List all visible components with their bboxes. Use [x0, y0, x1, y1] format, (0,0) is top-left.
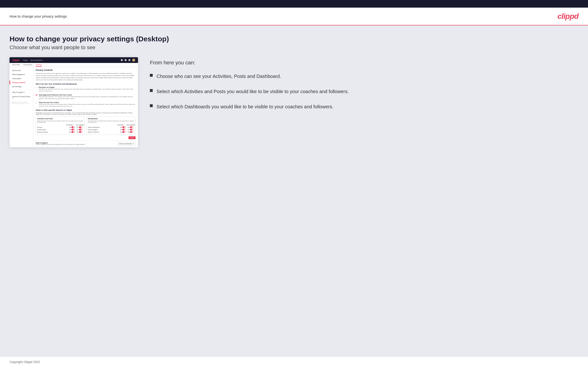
search-icon[interactable] — [121, 59, 123, 61]
subnav-settings[interactable]: Settings — [36, 64, 42, 67]
player-dashboard-row: Player Dashboard ON ON — [88, 126, 134, 128]
practice-followers-toggle-group: ON — [76, 129, 83, 130]
radio-everyone-circle[interactable] — [36, 87, 37, 88]
practice-drills-label: Practice Drills — [37, 129, 68, 130]
radio-everyone-label: Everyone on Clippd — [39, 86, 136, 88]
sidebar-version: Clippd Client Version: 2022.8.2SQL Serve… — [9, 100, 33, 105]
player-coaches-toggle[interactable] — [122, 126, 126, 128]
player-followers-toggle-group: ON — [127, 126, 134, 128]
page-title-section: How to change your privacy settings (Des… — [9, 35, 579, 50]
practice-drills-row: Practice Drills ON ON — [37, 129, 83, 130]
dash-coaches-header: COACHES — [117, 124, 124, 126]
activities-dashboards: Activities and Posts Select the types of… — [36, 117, 136, 135]
dashboards-header: COACHES FOLLOWERS — [88, 124, 134, 126]
external-link-icon: ↗ — [133, 143, 134, 144]
round-insights-label: Round Insights — [88, 129, 119, 130]
nav-home[interactable]: Home — [23, 59, 28, 61]
round-followers-toggle[interactable] — [130, 129, 133, 130]
rounds-label: Rounds — [37, 127, 68, 128]
app-nav-icons — [121, 59, 135, 61]
nav-my-performance[interactable]: My Performance — [30, 59, 43, 61]
manual-activities-label: Manual Activities — [37, 131, 68, 133]
manual-activities-row: Manual Activities ON ON — [37, 131, 83, 133]
save-row: Save — [36, 136, 136, 139]
manual-coaches-toggle-group: ON — [68, 131, 76, 133]
work-followers-toggle[interactable] — [130, 131, 133, 133]
save-button[interactable]: Save — [129, 136, 136, 139]
subnav-connections[interactable]: Connections — [23, 64, 32, 67]
dashboards-title: Dashboards — [88, 118, 134, 119]
chevron-right-icon: › — [31, 78, 31, 79]
rounds-row: Rounds ON ON — [37, 126, 83, 128]
radio-coach-only[interactable]: Only You and Your Coach Only you and the… — [36, 102, 136, 107]
radio-coach-label: Only You and Your Coach — [39, 102, 136, 103]
help-title: Help & Support — [36, 142, 85, 144]
radio-everyone[interactable]: Everyone on Clippd Everyone on Clippd ca… — [36, 86, 136, 92]
bullet-item-2: Select which Activities and Posts you wo… — [150, 88, 579, 95]
sidebar-item-help-support[interactable]: Help & Support ↗ — [9, 90, 33, 94]
bullet-text-1: Choose who can see your Activities, Post… — [156, 73, 281, 80]
sidebar-item-service-privacy[interactable]: Service & Privacy Policy ↗ — [9, 94, 33, 100]
player-dashboard-label: Player Dashboard — [88, 127, 119, 128]
bullet-square-3 — [150, 104, 153, 107]
privacy-desc: Control how you and your data appears to… — [36, 72, 136, 81]
sidebar-item-my-golf-bag[interactable]: My Golf Bag › — [9, 84, 33, 89]
rounds-followers-toggle-group: ON — [76, 126, 83, 128]
followers-header: FOLLOWERS — [76, 124, 83, 126]
sidebar-item-my-account[interactable]: My Account › — [9, 68, 33, 72]
rounds-coaches-toggle-group: ON — [68, 126, 76, 128]
rounds-followers-toggle[interactable] — [79, 126, 82, 128]
chevron-right-icon: › — [31, 86, 31, 87]
visit-community-button[interactable]: Visit Our Community ↗ — [117, 142, 136, 145]
app-nav-links: Home My Performance — [23, 59, 43, 61]
page-title-sub: Choose what you want people to see — [9, 44, 579, 50]
practice-coaches-toggle[interactable] — [71, 129, 75, 130]
avatar[interactable] — [132, 59, 135, 61]
footer: Copyright Clippd 2022 — [0, 357, 588, 367]
radio-followers[interactable]: Only Approved Followers and Your Coach O… — [36, 94, 136, 100]
chevron-right-icon: › — [31, 74, 31, 75]
practice-coaches-toggle-group: ON — [68, 129, 76, 130]
radio-followers-label: Only Approved Followers and Your Coach — [39, 94, 136, 96]
header: How to change your privacy settings clip… — [0, 8, 588, 25]
manual-followers-toggle[interactable] — [79, 131, 82, 133]
subnav-my-profile[interactable]: My Profile — [12, 64, 20, 67]
round-coaches-toggle[interactable] — [122, 129, 126, 130]
rounds-coaches-toggle[interactable] — [71, 126, 75, 128]
help-desc: Visit our Clippd community to troublesho… — [36, 144, 85, 145]
privacy-title: Privacy Controls — [36, 69, 136, 71]
header-title: How to change your privacy settings — [9, 14, 67, 18]
main-content: How to change your privacy settings (Des… — [0, 25, 588, 357]
top-bar — [0, 0, 588, 8]
work-coaches-toggle[interactable] — [122, 131, 126, 133]
radio-coach-circle[interactable] — [36, 102, 37, 104]
dashboards-col: Dashboards Select the types of activity … — [86, 117, 136, 135]
bell-icon[interactable] — [129, 59, 130, 61]
sidebar-item-subscription[interactable]: Subscription › — [9, 76, 33, 81]
round-coaches-toggle-group: ON — [119, 129, 127, 130]
chevron-right-icon: › — [31, 82, 31, 83]
bullet-square-2 — [150, 89, 153, 92]
bullet-list: Choose who can see your Activities, Post… — [150, 73, 579, 110]
bullet-text-3: Select which Dashboards you would like t… — [156, 103, 334, 110]
app-main-content: Privacy Controls Control how you and you… — [33, 67, 138, 147]
radio-followers-circle[interactable] — [36, 94, 37, 96]
bullet-text-2: Select which Activities and Posts you wo… — [156, 88, 349, 95]
screenshot: clippd Home My Performance My Profile Co… — [9, 57, 138, 147]
player-coaches-toggle-group: ON — [119, 126, 127, 128]
what-to-work-on-label: What To Work On — [88, 131, 119, 133]
work-followers-toggle-group: ON — [127, 131, 134, 133]
manual-coaches-toggle[interactable] — [71, 131, 75, 133]
bullet-item-3: Select which Dashboards you would like t… — [150, 103, 579, 110]
help-section: Help & Support Visit our Clippd communit… — [36, 140, 136, 145]
practice-followers-toggle[interactable] — [79, 129, 82, 130]
show-hide-title: Show or hide specific features in Clippd — [36, 109, 136, 111]
grid-icon[interactable] — [125, 59, 127, 61]
bullet-item-1: Choose who can see your Activities, Post… — [150, 73, 579, 80]
player-followers-toggle[interactable] — [130, 126, 133, 128]
sidebar-item-privacy-controls[interactable]: Privacy Controls › — [9, 81, 33, 84]
app-nav: clippd Home My Performance — [9, 57, 138, 63]
sidebar-item-data-integrations[interactable]: Data Integrations › — [9, 72, 33, 76]
show-hide-desc: Regardless of the privacy controls that … — [36, 112, 136, 115]
app-sidebar: My Account › Data Integrations › Subscri… — [9, 67, 33, 147]
